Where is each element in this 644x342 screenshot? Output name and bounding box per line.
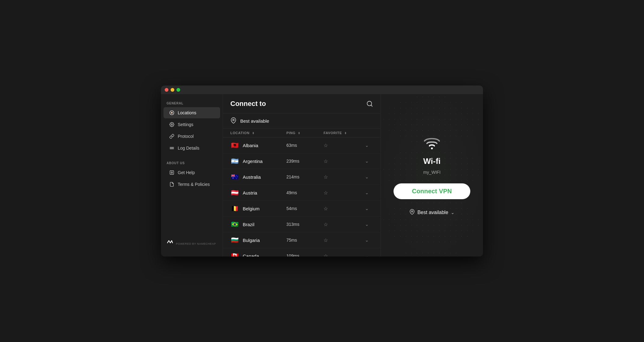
svg-point-1 <box>171 112 172 113</box>
table-row[interactable]: 🇦🇷 Argentina 239ms ☆ ⌄ <box>223 153 381 169</box>
table-row[interactable]: 🇦🇺 Australia 214ms ☆ ⌄ <box>223 169 381 185</box>
network-name-label: my_WIFI <box>423 170 441 175</box>
table-row[interactable]: 🇦🇹 Austria 49ms ☆ ⌄ <box>223 185 381 201</box>
protocol-icon <box>169 134 175 139</box>
location-panel: Connect to Best available <box>223 94 381 256</box>
expand-button[interactable]: ⌄ <box>361 222 373 227</box>
location-sort-icon: ⇕ <box>252 132 255 135</box>
title-bar <box>161 86 483 94</box>
expand-button[interactable]: ⌄ <box>361 143 373 148</box>
country-flag: 🇦🇱 <box>230 141 239 150</box>
star-icon[interactable]: ☆ <box>324 206 328 212</box>
svg-line-8 <box>371 105 372 106</box>
location-selector-label: Best available <box>417 210 448 215</box>
svg-point-2 <box>171 124 172 125</box>
right-content: Wi-fi my_WIFI Connect VPN Best available… <box>394 135 471 216</box>
wifi-icon <box>422 135 442 151</box>
col-location-header[interactable]: LOCATION ⇕ <box>230 131 286 135</box>
ping-value: 214ms <box>286 174 324 179</box>
svg-rect-6 <box>170 171 174 174</box>
country-flag: 🇧🇬 <box>230 236 239 244</box>
col-ping-header[interactable]: PING ⇕ <box>286 131 324 135</box>
right-panel: Wi-fi my_WIFI Connect VPN Best available… <box>381 94 483 256</box>
col-favorite-header[interactable]: FAVORITE ⇕ <box>324 131 361 135</box>
favorite-sort-icon: ⇕ <box>344 132 347 135</box>
svg-point-11 <box>411 211 413 212</box>
location-selector[interactable]: Best available ⌄ <box>409 209 455 216</box>
favorite-star[interactable]: ☆ <box>324 253 361 257</box>
chevron-down-icon: ⌄ <box>451 210 455 215</box>
ping-value: 109ms <box>286 253 324 256</box>
favorite-star[interactable]: ☆ <box>324 142 361 148</box>
table-row[interactable]: 🇧🇬 Bulgaria 75ms ☆ ⌄ <box>223 232 381 248</box>
sidebar-item-log-details[interactable]: Log Details <box>163 142 220 154</box>
table-row[interactable]: 🇦🇱 Albania 63ms ☆ ⌄ <box>223 138 381 153</box>
country-name: Bulgaria <box>243 238 286 243</box>
country-name: Argentina <box>243 159 286 164</box>
sidebar-item-get-help[interactable]: Get Help <box>163 167 220 178</box>
connect-vpn-button[interactable]: Connect VPN <box>394 183 471 199</box>
ping-value: 239ms <box>286 159 324 164</box>
ping-value: 313ms <box>286 222 324 227</box>
star-icon[interactable]: ☆ <box>324 174 328 180</box>
favorite-star[interactable]: ☆ <box>324 206 361 212</box>
minimize-button[interactable] <box>171 88 174 92</box>
sidebar-item-log-details-label: Log Details <box>178 146 199 151</box>
table-row[interactable]: 🇧🇷 Brazil 313ms ☆ ⌄ <box>223 217 381 232</box>
table-row[interactable]: 🇧🇪 Belgium 54ms ☆ ⌄ <box>223 201 381 217</box>
sidebar-item-settings[interactable]: Settings <box>163 119 220 130</box>
sidebar-item-get-help-label: Get Help <box>178 170 195 175</box>
favorite-star[interactable]: ☆ <box>324 237 361 243</box>
expand-button[interactable]: ⌄ <box>361 190 373 195</box>
star-icon[interactable]: ☆ <box>324 253 328 257</box>
expand-button[interactable]: ⌄ <box>361 206 373 211</box>
expand-button[interactable]: ⌄ <box>361 174 373 179</box>
sidebar-item-locations[interactable]: Locations <box>163 107 220 118</box>
network-type-label: Wi-fi <box>423 156 441 166</box>
country-flag: 🇦🇹 <box>230 188 239 197</box>
country-name: Brazil <box>243 222 286 227</box>
expand-button[interactable]: ⌄ <box>361 253 373 256</box>
close-button[interactable] <box>165 88 168 92</box>
star-icon[interactable]: ☆ <box>324 221 328 227</box>
log-icon <box>169 145 175 151</box>
table-header: LOCATION ⇕ PING ⇕ FAVORITE ⇕ <box>223 129 381 138</box>
sidebar-item-protocol[interactable]: Protocol <box>163 131 220 142</box>
country-flag: 🇦🇺 <box>230 173 239 181</box>
expand-button[interactable]: ⌄ <box>361 238 373 243</box>
location-selector-icon <box>409 209 415 216</box>
star-icon[interactable]: ☆ <box>324 142 328 148</box>
ping-value: 54ms <box>286 206 324 211</box>
favorite-star[interactable]: ☆ <box>324 221 361 227</box>
country-name: Belgium <box>243 206 286 211</box>
best-available-label: Best available <box>240 118 269 124</box>
country-flag: 🇦🇷 <box>230 157 239 165</box>
country-flag: 🇧🇷 <box>230 220 239 229</box>
settings-icon <box>169 122 175 127</box>
ping-sort-icon: ⇕ <box>298 132 301 135</box>
app-body: GENERAL Locations Settings <box>161 94 483 256</box>
sidebar-item-terms[interactable]: Terms & Policies <box>163 179 220 190</box>
table-row[interactable]: 🇨🇦 Canada 109ms ☆ ⌄ <box>223 248 381 256</box>
sidebar-item-settings-label: Settings <box>178 122 194 127</box>
ping-value: 49ms <box>286 190 324 195</box>
sidebar: GENERAL Locations Settings <box>161 94 223 256</box>
maximize-button[interactable] <box>176 88 180 92</box>
sidebar-footer: POWERED BY NAMECHEAP <box>161 236 223 252</box>
best-available-bar[interactable]: Best available <box>223 114 381 129</box>
favorite-star[interactable]: ☆ <box>324 158 361 164</box>
svg-point-9 <box>233 119 234 121</box>
star-icon[interactable]: ☆ <box>324 158 328 164</box>
favorite-star[interactable]: ☆ <box>324 190 361 196</box>
svg-point-10 <box>431 147 433 149</box>
location-icon <box>169 110 175 116</box>
search-button[interactable] <box>366 100 373 107</box>
traffic-lights <box>165 88 180 92</box>
expand-button[interactable]: ⌄ <box>361 159 373 164</box>
star-icon[interactable]: ☆ <box>324 237 328 243</box>
general-section-label: GENERAL <box>161 99 223 107</box>
favorite-star[interactable]: ☆ <box>324 174 361 180</box>
connect-to-title: Connect to <box>230 100 266 108</box>
star-icon[interactable]: ☆ <box>324 190 328 196</box>
country-name: Australia <box>243 174 286 180</box>
